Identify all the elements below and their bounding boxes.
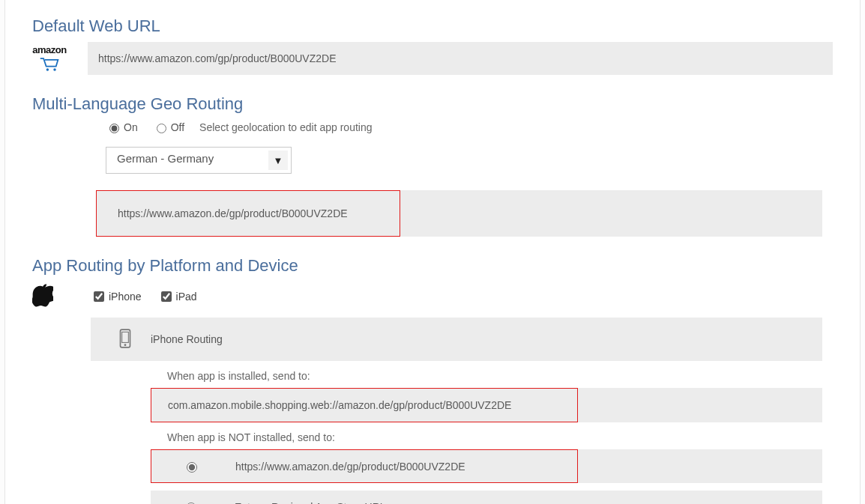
fallback-appstore-label: Enter a Regional App Store URL <box>235 501 386 505</box>
geo-off-radio[interactable] <box>157 124 166 133</box>
svg-point-0 <box>46 68 49 71</box>
fallback-web-extend <box>578 449 822 483</box>
geo-locale-url-input[interactable]: https://www.amazon.de/gp/product/B000UVZ… <box>96 190 400 237</box>
apple-icon <box>32 283 58 310</box>
svg-point-1 <box>53 68 56 71</box>
iphone-checkbox[interactable] <box>94 291 104 302</box>
iphone-routing-title: iPhone Routing <box>151 333 223 345</box>
ipad-checkbox-text: iPad <box>176 291 197 303</box>
app-routing-heading: App Routing by Platform and Device <box>32 256 833 276</box>
ipad-checkbox-label[interactable]: iPad <box>158 289 197 304</box>
installed-scheme-url-value: com.amazon.mobile.shopping.web://amazon.… <box>168 399 511 411</box>
fallback-web-option[interactable]: https://www.amazon.de/gp/product/B000UVZ… <box>151 449 578 483</box>
geo-locale-selected: German - Germany <box>117 152 214 165</box>
geo-on-text: On <box>124 121 138 133</box>
geo-locale-url-value: https://www.amazon.de/gp/product/B000UVZ… <box>118 207 348 219</box>
fallback-appstore-option[interactable]: Enter a Regional App Store URL <box>151 491 822 504</box>
geo-on-radio-label[interactable]: On <box>106 121 138 133</box>
geo-off-radio-label[interactable]: Off <box>153 121 184 133</box>
geo-hint-text: Select geolocation to edit app routing <box>199 121 372 133</box>
default-url-input[interactable]: https://www.amazon.com/gp/product/B000UV… <box>88 42 833 75</box>
shopping-cart-icon <box>39 56 60 73</box>
ipad-checkbox[interactable] <box>161 291 172 302</box>
iphone-checkbox-label[interactable]: iPhone <box>91 289 142 304</box>
svg-point-3 <box>124 344 127 346</box>
geo-routing-heading: Multi-Language Geo Routing <box>32 94 833 114</box>
when-installed-label: When app is installed, send to: <box>167 370 833 382</box>
iphone-checkbox-text: iPhone <box>109 291 142 303</box>
installed-scheme-extend <box>578 388 822 422</box>
phone-icon <box>119 329 133 350</box>
svg-rect-4 <box>122 332 129 342</box>
chevron-down-icon: ▼ <box>268 151 288 170</box>
default-url-value: https://www.amazon.com/gp/product/B000UV… <box>98 52 336 64</box>
fallback-web-url: https://www.amazon.de/gp/product/B000UVZ… <box>235 461 465 473</box>
geo-off-text: Off <box>171 121 184 133</box>
geo-locale-select[interactable]: German - Germany ▼ <box>106 147 292 174</box>
default-web-url-heading: Default Web URL <box>32 16 833 36</box>
geo-locale-url-extend <box>400 190 822 237</box>
fallback-web-radio[interactable] <box>187 462 197 473</box>
amazon-logo-text: amazon <box>32 45 67 55</box>
when-not-installed-label: When app is NOT installed, send to: <box>167 431 833 443</box>
installed-scheme-url-input[interactable]: com.amazon.mobile.shopping.web://amazon.… <box>151 388 578 422</box>
iphone-routing-header: iPhone Routing <box>91 318 822 361</box>
amazon-logo: amazon <box>32 45 67 73</box>
geo-on-radio[interactable] <box>109 124 119 133</box>
